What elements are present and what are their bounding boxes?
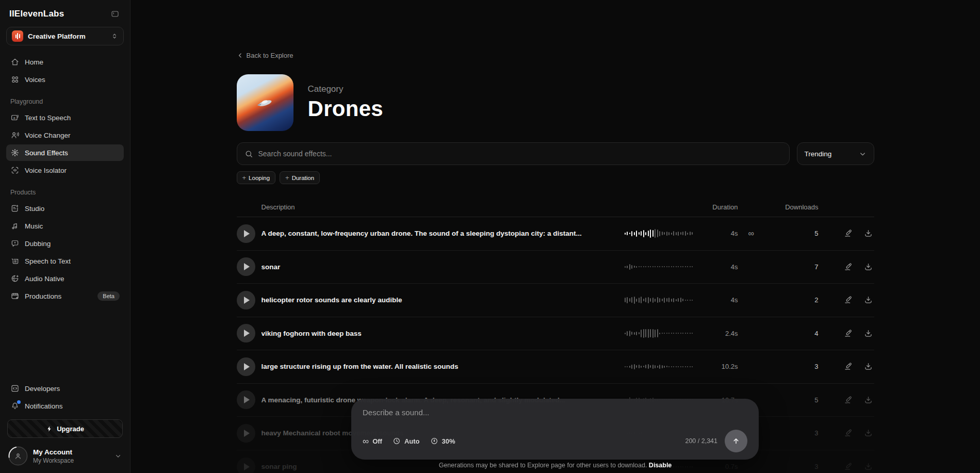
play-button[interactable] (237, 257, 255, 276)
sound-effect-row[interactable]: sonar 4s 7 (237, 251, 874, 284)
table-header: Description Duration Downloads (237, 202, 874, 217)
waveform-bar (680, 366, 681, 367)
sharing-notice: Generations may be shared to Explore pag… (130, 462, 980, 469)
remix-button[interactable] (842, 361, 854, 372)
sound-effect-row[interactable]: A deep, constant, low-frequency urban dr… (237, 217, 874, 251)
sound-effect-row[interactable]: viking foghorn with deep bass 2.4s 4 (237, 317, 874, 351)
waveform-bar (668, 366, 669, 367)
download-button[interactable] (862, 394, 874, 406)
creative-platform-icon (12, 30, 23, 42)
back-to-explore-link[interactable]: Back to Explore (237, 52, 293, 59)
download-button[interactable] (862, 227, 874, 239)
column-header-downloads: Downloads (773, 203, 819, 211)
sidebar-item-label: Studio (25, 205, 44, 213)
filter-chip-looping[interactable]: + Looping (237, 171, 276, 184)
waveform-bar (680, 266, 681, 267)
svg-text:a: a (13, 116, 15, 120)
sidebar-item-sound-effects[interactable]: Sound Effects (6, 144, 124, 161)
waveform-bar (666, 232, 667, 236)
play-icon (244, 230, 250, 237)
play-button[interactable] (237, 224, 255, 243)
waveform-bar (634, 332, 635, 335)
play-button[interactable] (237, 324, 255, 342)
notifications-bell-icon (10, 401, 20, 411)
credits-counter: 200 / 2,341 (685, 437, 717, 445)
remix-button[interactable] (842, 261, 854, 273)
audio-native-icon (10, 274, 20, 283)
duration-value: 10.2s (708, 363, 738, 370)
remix-button[interactable] (842, 328, 854, 339)
waveform-bar (682, 232, 683, 235)
column-header-description: Description (262, 203, 618, 211)
waveform-bar (655, 266, 656, 267)
duration-setting[interactable]: Auto (393, 437, 420, 445)
remix-button[interactable] (842, 294, 854, 306)
download-button[interactable] (862, 361, 874, 372)
sidebar-item-voice-changer[interactable]: Voice Changer (6, 127, 124, 143)
looping-toggle[interactable]: ∞ Off (363, 437, 382, 446)
sort-dropdown[interactable]: Trending (797, 142, 874, 165)
waveform-bar (631, 297, 632, 303)
download-icon (863, 428, 873, 438)
sidebar-item-voices[interactable]: Voices (6, 71, 124, 88)
waveform-bar (629, 366, 630, 368)
sidebar-item-music[interactable]: Music (6, 218, 124, 234)
download-button[interactable] (862, 261, 874, 273)
plus-icon: + (285, 174, 289, 182)
remix-button[interactable] (842, 394, 854, 406)
dial-icon (430, 437, 438, 445)
play-button[interactable] (237, 424, 255, 443)
sidebar-item-studio[interactable]: Studio (6, 200, 124, 217)
waveform-bar (639, 332, 640, 334)
waveform-bar (655, 330, 656, 337)
download-button[interactable] (862, 427, 874, 439)
sidebar-item-dubbing[interactable]: Dubbing (6, 235, 124, 252)
workspace-selector[interactable]: Creative Platform (6, 27, 124, 45)
filter-chip-duration[interactable]: + Duration (280, 171, 320, 184)
waveform-bar (690, 333, 691, 334)
describe-sound-input[interactable] (363, 408, 747, 417)
play-button[interactable] (237, 357, 255, 376)
sidebar-item-home[interactable]: Home (6, 54, 124, 70)
waveform-bar (664, 266, 665, 267)
search-box (237, 142, 790, 165)
play-button[interactable] (237, 390, 255, 409)
collapse-sidebar-button[interactable] (109, 8, 121, 20)
waveform-bar (629, 298, 630, 302)
voice-changer-icon (10, 131, 20, 140)
sidebar-item-speech-to-text[interactable]: Speech to Text (6, 253, 124, 269)
remix-button[interactable] (842, 227, 854, 239)
disable-sharing-button[interactable]: Disable (649, 462, 672, 469)
waveform-bar (692, 333, 693, 334)
duration-value: 4s (708, 230, 738, 237)
sound-effect-row[interactable]: helicopter rotor sounds are clearly audi… (237, 284, 874, 317)
sound-effect-row[interactable]: large structure rising up from the water… (237, 350, 874, 384)
prompt-influence-setting[interactable]: 30% (430, 437, 455, 445)
play-button[interactable] (237, 291, 255, 309)
waveform-bar (634, 297, 635, 304)
search-input[interactable] (258, 150, 782, 158)
play-icon (244, 396, 250, 403)
download-button[interactable] (862, 294, 874, 306)
sidebar-item-developers[interactable]: Developers (6, 380, 124, 397)
waveform-bar (673, 333, 674, 334)
sound-effects-icon (10, 148, 20, 157)
sidebar-item-voice-isolator[interactable]: Voice Isolator (6, 162, 124, 178)
sidebar-item-label: Home (25, 58, 43, 66)
waveform-bar (627, 366, 628, 367)
upgrade-button[interactable]: Upgrade (7, 419, 123, 438)
waveform-bar (650, 266, 651, 267)
sidebar-item-productions[interactable]: Productions Beta (6, 288, 124, 304)
sidebar-item-text-to-speech[interactable]: a Text to Speech (6, 109, 124, 126)
column-header-duration: Duration (708, 203, 738, 211)
remix-pen-icon (843, 362, 853, 371)
waveform-bar (657, 329, 658, 337)
sidebar-item-notifications[interactable]: Notifications (6, 398, 124, 414)
generate-button[interactable] (725, 430, 747, 452)
chevron-up-down-icon (111, 32, 118, 40)
account-menu[interactable]: My Account My Workspace (6, 444, 124, 466)
remix-button[interactable] (842, 427, 854, 439)
download-button[interactable] (862, 328, 874, 339)
sidebar-item-audio-native[interactable]: Audio Native (6, 270, 124, 287)
speech-to-text-icon (10, 256, 20, 266)
